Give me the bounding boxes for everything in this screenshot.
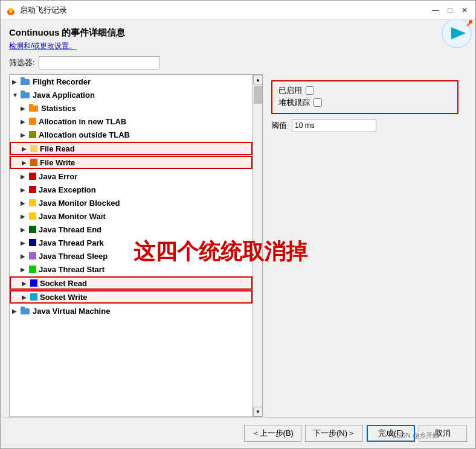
main-window: 启动飞行记录 — □ ✕ Continuous 的事件详细信息 检测和/或更改设… xyxy=(0,0,476,449)
arrow-icon: ▶ xyxy=(21,240,29,246)
tree-item-socket-write[interactable]: ▶ Socket Write xyxy=(10,290,252,304)
tree-item-flight-recorder[interactable]: ▶ Flight Recorder xyxy=(10,75,252,88)
folder-icon xyxy=(21,307,30,315)
color-icon xyxy=(29,226,36,233)
arrow-icon: ▶ xyxy=(21,200,29,206)
tree-label: Java Monitor Blocked xyxy=(39,199,120,208)
tree-label: Java Exception xyxy=(39,185,96,194)
tree-label: Flight Recorder xyxy=(33,77,91,86)
arrow-icon: ▶ xyxy=(21,186,29,193)
stack-trace-row: 堆栈跟踪 xyxy=(278,97,451,108)
tree-label: File Write xyxy=(40,158,75,167)
folder-icon xyxy=(21,91,30,99)
tree-label: File Read xyxy=(40,144,75,153)
svg-rect-7 xyxy=(21,79,30,85)
tree-item-java-virtual-machine[interactable]: ▶ Java Virtual Machine xyxy=(10,304,252,317)
color-icon xyxy=(29,266,36,273)
tree-item-java-thread-start[interactable]: ▶ Java Thread Start xyxy=(10,263,252,276)
tree-item-java-monitor-blocked[interactable]: ▶ Java Monitor Blocked xyxy=(10,196,252,209)
tree-item-socket-read[interactable]: ▶ Socket Read xyxy=(10,276,252,290)
arrow-icon: ▶ xyxy=(22,280,30,287)
arrow-icon: ▶ xyxy=(12,78,21,85)
minimize-btn[interactable]: — xyxy=(429,4,442,16)
title-bar: 启动飞行记录 — □ ✕ xyxy=(1,1,475,20)
right-panel: 已启用 堆栈跟踪 阈值 xyxy=(263,74,467,417)
back-button[interactable]: ＜上一步(B) xyxy=(244,425,301,442)
next-button[interactable]: 下一步(N)＞ xyxy=(305,425,363,442)
tree-item-java-thread-park[interactable]: ▶ Java Thread Park xyxy=(10,236,252,249)
stack-trace-checkbox[interactable] xyxy=(314,98,322,107)
tree-label: Java Monitor Wait xyxy=(39,212,106,221)
color-icon xyxy=(29,186,36,193)
tree-item-file-read[interactable]: ▶ File Read xyxy=(10,142,252,155)
threshold-input[interactable] xyxy=(292,119,376,132)
color-icon xyxy=(29,173,36,180)
close-btn[interactable]: ✕ xyxy=(458,4,471,16)
color-icon xyxy=(29,118,36,125)
main-content: Continuous 的事件详细信息 检测和/或更改设置。 筛选器: ▶ xyxy=(1,20,475,417)
header-section: Continuous 的事件详细信息 检测和/或更改设置。 xyxy=(9,27,467,51)
logo-area xyxy=(438,20,475,49)
scroll-down-btn[interactable]: ▼ xyxy=(253,407,263,416)
arrow-icon: ▶ xyxy=(22,159,30,166)
arrow-icon: ▶ xyxy=(21,226,29,233)
enabled-checkbox[interactable] xyxy=(306,86,314,95)
tree-item-statistics[interactable]: ▶ Statistics xyxy=(10,101,252,115)
tree-label: Socket Write xyxy=(40,293,88,302)
tree-item-java-application[interactable]: ▼ Java Application xyxy=(10,88,252,101)
svg-rect-11 xyxy=(29,106,38,112)
svg-point-6 xyxy=(469,20,472,24)
color-icon xyxy=(29,239,36,246)
tree-label: Java Thread Park xyxy=(39,238,104,247)
scroll-thumb[interactable] xyxy=(254,86,262,104)
maximize-btn[interactable]: □ xyxy=(444,4,456,16)
header-link[interactable]: 检测和/或更改设置。 xyxy=(9,41,467,51)
app-icon xyxy=(5,5,16,16)
tree-scrollbar[interactable]: ▲ ▼ xyxy=(252,75,262,416)
filter-label: 筛选器: xyxy=(9,57,35,68)
color-icon xyxy=(30,145,37,152)
tree-item-java-thread-end[interactable]: ▶ Java Thread End xyxy=(10,223,252,236)
svg-rect-10 xyxy=(21,91,25,93)
svg-point-2 xyxy=(10,8,13,13)
threshold-label: 阈值 xyxy=(271,120,287,131)
tree-item-allocation-outside[interactable]: ▶ Allocation outside TLAB xyxy=(10,128,252,141)
tree-item-java-exception[interactable]: ▶ Java Exception xyxy=(10,183,252,196)
tree-item-java-thread-sleep[interactable]: ▶ Java Thread Sleep xyxy=(10,249,252,263)
footer: ＜上一步(B) 下一步(N)＞ 完成(F) 取消 CSDN @乡开始 xyxy=(1,417,475,448)
scroll-up-btn[interactable]: ▲ xyxy=(253,75,263,84)
enabled-label: 已启用 xyxy=(278,85,302,96)
svg-rect-9 xyxy=(21,92,30,98)
tree-item-java-monitor-wait[interactable]: ▶ Java Monitor Wait xyxy=(10,209,252,223)
color-icon xyxy=(30,159,37,166)
arrow-icon: ▼ xyxy=(12,92,21,98)
folder-icon xyxy=(21,77,30,86)
scroll-track xyxy=(253,84,262,407)
color-icon xyxy=(30,293,37,301)
color-icon xyxy=(29,199,36,206)
arrow-icon: ▶ xyxy=(21,132,29,138)
tree-item-file-write[interactable]: ▶ File Write xyxy=(10,156,252,169)
tree-item-java-error[interactable]: ▶ Java Error xyxy=(10,170,252,183)
tree-item-allocation-tlab[interactable]: ▶ Allocation in new TLAB xyxy=(10,115,252,128)
filter-row: 筛选器: xyxy=(9,56,467,69)
window-controls: — □ ✕ xyxy=(429,4,471,16)
filter-input[interactable] xyxy=(39,56,159,69)
svg-rect-14 xyxy=(21,307,25,309)
enabled-section: 已启用 堆栈跟踪 xyxy=(271,80,458,114)
arrow-icon: ▶ xyxy=(21,253,29,260)
svg-rect-13 xyxy=(21,308,30,314)
tree-label: Allocation in new TLAB xyxy=(39,117,126,126)
tree-label: Allocation outside TLAB xyxy=(39,130,130,139)
arrow-icon: ▶ xyxy=(22,294,30,301)
color-icon xyxy=(29,131,36,138)
svg-rect-12 xyxy=(29,104,33,106)
watermark: CSDN @乡开始 xyxy=(392,431,439,440)
stack-trace-label: 堆栈跟踪 xyxy=(278,97,310,108)
color-icon xyxy=(29,212,36,220)
body-section: ▶ Flight Recorder ▼ Java Application xyxy=(9,74,467,417)
arrow-icon: ▶ xyxy=(21,173,29,180)
tree-label: Statistics xyxy=(41,104,76,113)
tree-label: Java Thread Start xyxy=(39,265,105,274)
threshold-row: 阈值 xyxy=(271,119,458,132)
